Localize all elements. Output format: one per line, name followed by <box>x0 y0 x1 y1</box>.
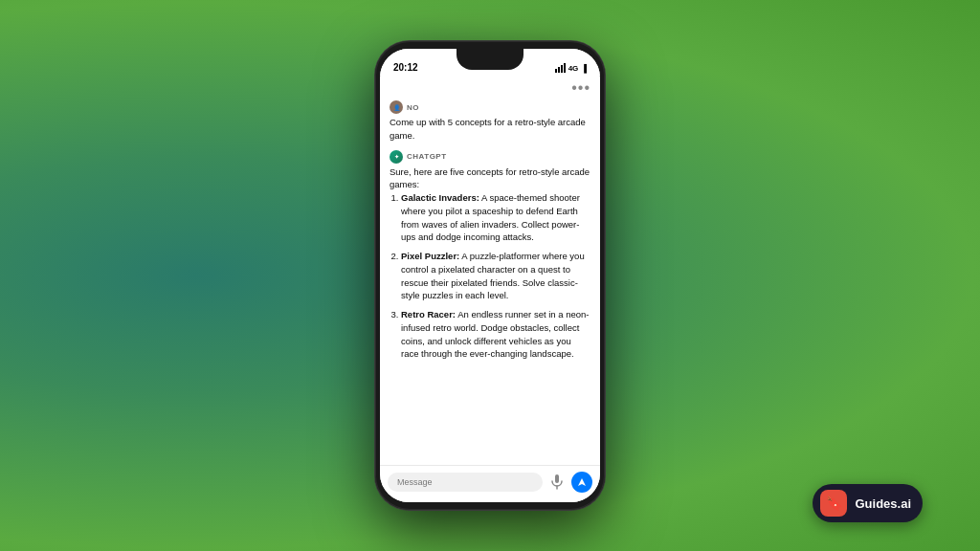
signal-bars-icon <box>555 63 566 73</box>
list-item: Pixel Puzzler: A puzzle-platformer where… <box>401 250 590 302</box>
chatgpt-avatar-icon: ✦ <box>394 153 399 160</box>
guides-text: Guides.ai <box>855 496 911 511</box>
phone-device: 20:12 4G ▐ ••• <box>375 41 605 510</box>
user-message-label: 👤 NO <box>390 100 590 114</box>
chatgpt-message-label: ✦ CHATGPT <box>390 150 590 164</box>
user-sender-name: NO <box>407 103 419 112</box>
phone-notch <box>457 49 523 70</box>
chat-area: 👤 NO Come up with 5 concepts for a retro… <box>380 100 600 465</box>
list-item: Galactic Invaders: A space-themed shoote… <box>401 191 590 244</box>
user-avatar: 👤 <box>390 100 403 114</box>
phone-screen: 20:12 4G ▐ ••• <box>380 49 600 502</box>
voice-button[interactable] <box>547 473 567 492</box>
chat-header: ••• <box>380 76 600 100</box>
battery-icon: ▐ <box>581 64 587 73</box>
input-area <box>380 465 600 502</box>
user-message-block: 👤 NO Come up with 5 concepts for a retro… <box>390 100 590 143</box>
guides-icon: 🔖 <box>820 490 847 517</box>
list-item: Retro Racer: An endless runner set in a … <box>401 308 590 361</box>
phone-body: 20:12 4G ▐ ••• <box>375 41 605 510</box>
message-input[interactable] <box>388 473 543 492</box>
more-options-button[interactable]: ••• <box>571 79 590 97</box>
concept-2-title: Pixel Puzzler: <box>401 251 459 261</box>
chatgpt-intro-text: Sure, here are five concepts for retro-s… <box>390 165 590 192</box>
svg-rect-0 <box>555 474 559 483</box>
network-type: 4G <box>568 64 579 73</box>
guides-badge[interactable]: 🔖 Guides.ai <box>813 484 923 522</box>
status-icons: 4G ▐ <box>555 63 587 73</box>
concept-3-title: Retro Racer: <box>401 309 456 320</box>
guides-icon-symbol: 🔖 <box>826 496 842 511</box>
chatgpt-message-block: ✦ CHATGPT Sure, here are five concepts f… <box>390 150 590 367</box>
chatgpt-sender-name: CHATGPT <box>407 152 447 161</box>
concepts-list: Galactic Invaders: A space-themed shoote… <box>390 191 590 366</box>
user-avatar-icon: 👤 <box>393 104 400 111</box>
status-time: 20:12 <box>393 62 418 73</box>
concept-1-title: Galactic Invaders: <box>401 192 479 203</box>
chatgpt-avatar: ✦ <box>390 150 403 164</box>
send-button[interactable] <box>571 472 592 493</box>
user-message-text: Come up with 5 concepts for a retro-styl… <box>390 116 590 143</box>
